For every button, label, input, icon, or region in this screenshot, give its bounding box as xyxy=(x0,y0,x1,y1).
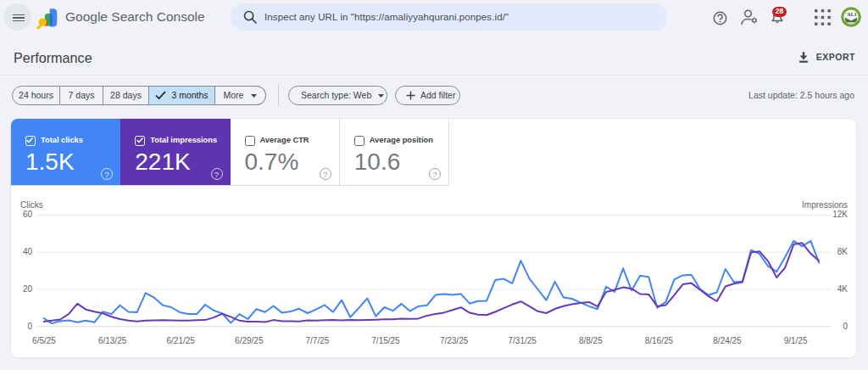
svg-text:'ALI: 'ALI xyxy=(846,11,857,17)
